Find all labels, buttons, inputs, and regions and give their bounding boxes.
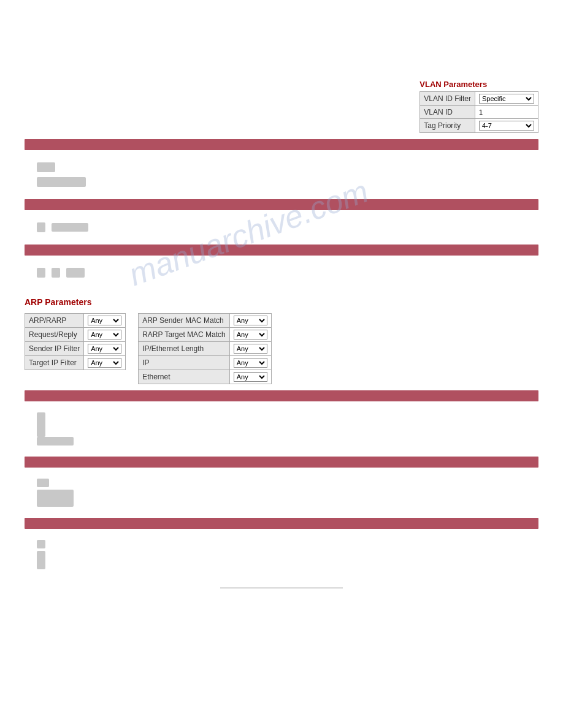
placeholder-block-1a <box>37 162 55 172</box>
section-1-content <box>25 155 538 194</box>
placeholder-checkbox-2 <box>37 222 45 232</box>
vlan-parameters-container: VLAN Parameters VLAN ID Filter Any Speci… <box>25 80 538 133</box>
arp-sendermac-label: ARP Sender MAC Match <box>139 314 230 328</box>
arp-tables-row: ARP/RARP Any ARP RARP Request/Reply <box>25 313 538 384</box>
arp-targetip-select[interactable]: Any Specific <box>88 358 121 368</box>
arp-ethernet-select[interactable]: Any Specific <box>234 372 267 382</box>
section-1-row-2 <box>37 175 526 189</box>
arp-row-ipethlen: IP/Ethernet Length Any Specific <box>139 342 272 356</box>
arp-ipethlen-value[interactable]: Any Specific <box>229 342 271 356</box>
section-2-row <box>37 220 526 235</box>
arp-row-ethernet: Ethernet Any Specific <box>139 370 272 384</box>
placeholder-icon-6b <box>37 551 45 569</box>
vlan-parameters-box: VLAN Parameters VLAN ID Filter Any Speci… <box>419 80 538 133</box>
placeholder-label-3 <box>66 268 85 278</box>
bottom-underline <box>220 588 343 588</box>
vlan-filter-label: VLAN ID Filter <box>420 92 475 106</box>
vlan-id-value[interactable] <box>475 106 538 119</box>
placeholder-icon-4b <box>37 437 74 446</box>
arp-sendermac-select[interactable]: Any Match <box>234 316 267 325</box>
arp-arprarp-value[interactable]: Any ARP RARP <box>84 314 126 328</box>
arp-row-ip: IP Any Specific <box>139 356 272 370</box>
arp-section: ARP Parameters ARP/RARP Any ARP RARP <box>25 297 538 384</box>
vlan-row-id: VLAN ID <box>420 106 538 119</box>
arp-arprarp-label: ARP/RARP <box>25 314 84 328</box>
placeholder-group-5 <box>37 479 526 507</box>
tag-priority-select[interactable]: Any 0 1 2 3 4 4-7 5 6 7 <box>479 121 534 131</box>
arp-senderip-label: Sender IP Filter <box>25 342 84 356</box>
section-bar-6 <box>25 518 538 529</box>
arp-row-arprarp: ARP/RARP Any ARP RARP <box>25 314 126 328</box>
arp-requestreply-label: Request/Reply <box>25 328 84 342</box>
arp-ip-label: IP <box>139 356 230 370</box>
arp-row-rarptargetmac: RARP Target MAC Match Any Match <box>139 328 272 342</box>
arp-row-targetip: Target IP Filter Any Specific <box>25 356 126 370</box>
arp-rarptargetmac-label: RARP Target MAC Match <box>139 328 230 342</box>
arp-row-sendermac: ARP Sender MAC Match Any Match <box>139 314 272 328</box>
placeholder-label-2 <box>52 223 88 232</box>
arp-arprarp-select[interactable]: Any ARP RARP <box>88 316 121 325</box>
arp-rarptargetmac-select[interactable]: Any Match <box>234 330 267 339</box>
vlan-row-filter: VLAN ID Filter Any Specific None <box>420 92 538 106</box>
page-container: manuarchive.com VLAN Parameters VLAN ID … <box>0 0 563 613</box>
arp-targetip-label: Target IP Filter <box>25 356 84 370</box>
section-bar-3 <box>25 245 538 256</box>
arp-ipethlen-select[interactable]: Any Specific <box>234 344 267 354</box>
vlan-section-title: VLAN Parameters <box>419 80 538 89</box>
section-bar-1 <box>25 139 538 150</box>
arp-requestreply-select[interactable]: Any Request Reply <box>88 330 121 339</box>
arp-ip-value[interactable]: Any Specific <box>229 356 271 370</box>
placeholder-checkbox-3a <box>37 268 45 278</box>
arp-ip-select[interactable]: Any Specific <box>234 358 267 368</box>
arp-ipethlen-label: IP/Ethernet Length <box>139 342 230 356</box>
arp-sendermac-value[interactable]: Any Match <box>229 314 271 328</box>
section-bar-4 <box>25 390 538 401</box>
arp-right-table: ARP Sender MAC Match Any Match RARP Targ… <box>138 313 272 384</box>
placeholder-checkbox-3b <box>52 268 60 278</box>
vlan-tag-label: Tag Priority <box>420 119 475 133</box>
section-6-content <box>25 534 538 575</box>
section-1-row-1 <box>37 160 526 175</box>
arp-left-table: ARP/RARP Any ARP RARP Request/Reply <box>25 313 126 370</box>
vlan-table: VLAN ID Filter Any Specific None VLAN ID <box>419 91 538 133</box>
vlan-row-tag: Tag Priority Any 0 1 2 3 4 4-7 5 <box>420 119 538 133</box>
arp-senderip-value[interactable]: Any Specific <box>84 342 126 356</box>
arp-rarptargetmac-value[interactable]: Any Match <box>229 328 271 342</box>
arp-requestreply-value[interactable]: Any Request Reply <box>84 328 126 342</box>
placeholder-icon-6a <box>37 540 45 548</box>
section-3-content <box>25 260 538 285</box>
placeholder-l-shape-1 <box>37 412 526 446</box>
placeholder-group-6 <box>37 540 526 569</box>
section-3-row <box>37 265 526 280</box>
placeholder-icon-5a <box>37 479 49 487</box>
section-2-content <box>25 215 538 240</box>
arp-ethernet-label: Ethernet <box>139 370 230 384</box>
arp-senderip-select[interactable]: Any Specific <box>88 344 121 354</box>
section-bar-5 <box>25 457 538 468</box>
arp-row-senderip: Sender IP Filter Any Specific <box>25 342 126 356</box>
section-4-content <box>25 406 538 452</box>
arp-title: ARP Parameters <box>25 297 538 307</box>
placeholder-icon-5b <box>37 490 74 507</box>
vlan-tag-value[interactable]: Any 0 1 2 3 4 4-7 5 6 7 <box>475 119 538 133</box>
placeholder-block-1b <box>37 177 86 187</box>
vlan-filter-value[interactable]: Any Specific None <box>475 92 538 106</box>
arp-ethernet-value[interactable]: Any Specific <box>229 370 271 384</box>
placeholder-icon-4a <box>37 412 45 437</box>
arp-row-requestreply: Request/Reply Any Request Reply <box>25 328 126 342</box>
vlan-id-input[interactable] <box>479 108 528 116</box>
section-5-content <box>25 472 538 513</box>
arp-targetip-value[interactable]: Any Specific <box>84 356 126 370</box>
section-bar-2 <box>25 199 538 210</box>
vlan-id-label: VLAN ID <box>420 106 475 119</box>
vlan-id-filter-select[interactable]: Any Specific None <box>479 94 534 104</box>
